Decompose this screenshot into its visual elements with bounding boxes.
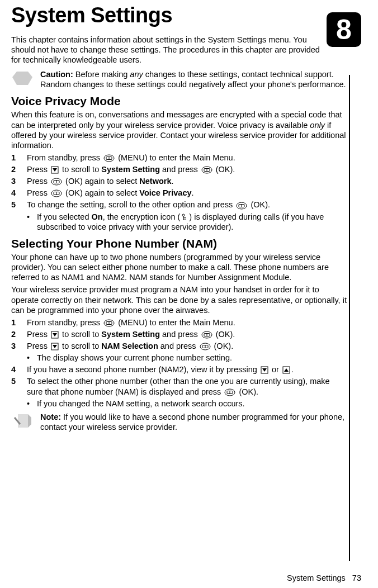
menu-key-icon — [103, 319, 115, 327]
ok-key-icon — [51, 189, 62, 197]
step-text: Press — [27, 330, 50, 339]
step-number: 3 — [11, 176, 27, 186]
down-arrow-key-icon — [51, 331, 59, 339]
nam-steps: 1 From standby, press (MENU) to enter th… — [11, 317, 347, 351]
step-bold: System Setting — [101, 330, 160, 339]
encryption-icon — [181, 214, 188, 221]
chapter-number-badge: 8 — [327, 12, 361, 47]
section-heading-nam: Selecting Your Phone Number (NAM) — [11, 236, 349, 251]
sub-bullet: • The display shows your current phone n… — [27, 353, 347, 363]
svg-marker-43 — [28, 414, 31, 428]
step-bold: Network — [139, 177, 171, 186]
step-text: to scroll to — [60, 342, 101, 350]
step-text: Press — [27, 177, 50, 186]
ok-key-icon — [201, 331, 212, 339]
bullet-dot: • — [27, 399, 37, 409]
footer-section: System Settings — [287, 573, 346, 582]
down-arrow-key-icon — [261, 366, 268, 374]
step-number: 4 — [11, 188, 27, 198]
svg-marker-42 — [18, 414, 28, 428]
footer-page-number: 73 — [352, 573, 361, 582]
step-number: 3 — [11, 341, 27, 351]
list-item: 1 From standby, press (MENU) to enter th… — [11, 317, 347, 328]
up-arrow-key-icon — [282, 366, 290, 374]
sub-text: If you selected — [37, 212, 92, 221]
list-item: 2 Press to scroll to System Setting and … — [11, 164, 347, 174]
ok-key-icon — [236, 202, 247, 210]
list-item: 5 To change the setting, scroll to the o… — [11, 200, 347, 210]
svg-marker-0 — [12, 72, 32, 85]
intro-paragraph: This chapter contains information about … — [11, 35, 324, 65]
step-number: 5 — [11, 376, 27, 386]
caution-label: Caution: — [40, 70, 73, 79]
caution-block: Caution: Before making any changes to th… — [11, 69, 347, 89]
menu-key-icon — [103, 154, 115, 162]
list-item: 3 Press (OK) again to select Network. — [11, 176, 347, 186]
step-text: To change the setting, scroll to the oth… — [27, 200, 235, 209]
step-number: 1 — [11, 317, 27, 328]
svg-marker-38 — [284, 368, 289, 372]
step-text: (OK). — [214, 165, 235, 174]
nam-paragraph-1: Your phone can have up to two phone numb… — [11, 252, 347, 282]
side-rule — [349, 75, 350, 561]
vp-p1a: When this feature is on, conversations a… — [11, 110, 342, 129]
note-label: Note: — [40, 412, 61, 421]
svg-marker-36 — [262, 368, 267, 372]
step-bold: System Setting — [101, 165, 160, 174]
step-text: or — [270, 365, 281, 374]
nam-paragraph-2: Your wireless service provider must prog… — [11, 284, 347, 315]
step-text: From standby, press — [27, 153, 102, 162]
step-text: (OK) again to select — [63, 177, 139, 186]
svg-marker-5 — [53, 168, 57, 172]
step-number: 4 — [11, 364, 27, 374]
bullet-dot: • — [27, 212, 37, 232]
page-footer: System Settings 73 — [287, 573, 361, 582]
section-heading-voice-privacy: Voice Privacy Mode — [11, 94, 349, 108]
caution-text-before: Before making — [73, 70, 130, 79]
step-text: to scroll to — [60, 165, 101, 174]
step-text: and press — [160, 330, 200, 339]
caution-icon — [11, 70, 34, 87]
step-text: (OK). — [214, 330, 235, 339]
step-text: Press — [27, 165, 50, 174]
down-arrow-key-icon — [51, 343, 59, 350]
step-text: (OK). — [212, 342, 234, 350]
step-text: To select the other phone number (other … — [27, 377, 330, 396]
note-icon — [11, 413, 34, 430]
down-arrow-key-icon — [51, 166, 59, 174]
voice-privacy-paragraph: When this feature is on, conversations a… — [11, 110, 347, 150]
step-text: From standby, press — [27, 318, 102, 327]
list-item: 2 Press to scroll to System Setting and … — [11, 329, 347, 339]
voice-privacy-steps: 1 From standby, press (MENU) to enter th… — [11, 153, 347, 210]
list-item: 3 Press to scroll to NAM Selection and p… — [11, 341, 347, 351]
step-text: If you have a second phone number (NAM2)… — [27, 365, 259, 374]
nam-steps-cont: 4 If you have a second phone number (NAM… — [11, 364, 347, 396]
step-text: . — [192, 188, 194, 197]
step-number: 2 — [11, 329, 27, 339]
sub-bullet: • If you selected On, the encryption ico… — [27, 212, 347, 232]
sub-bold: On — [92, 212, 103, 221]
step-text: (OK). — [237, 387, 258, 396]
caution-any: any — [130, 70, 143, 79]
step-text: Press — [27, 342, 50, 350]
svg-marker-31 — [53, 345, 57, 348]
ok-key-icon — [51, 178, 62, 186]
ok-key-icon — [200, 343, 211, 350]
step-text: Press — [27, 188, 50, 197]
step-text: and press — [160, 165, 200, 174]
step-text: (OK). — [248, 200, 270, 209]
list-item: 4 If you have a second phone number (NAM… — [11, 364, 347, 374]
list-item: 1 From standby, press (MENU) to enter th… — [11, 153, 347, 163]
ok-key-icon — [201, 166, 212, 174]
bullet-dot: • — [27, 353, 37, 363]
note-block: Note: If you would like to have a second… — [11, 412, 347, 432]
step-text: . — [172, 177, 174, 186]
step-text: and press — [158, 342, 199, 350]
step-bold: NAM Selection — [101, 342, 158, 350]
vp-only: only — [310, 121, 325, 130]
list-item: 5 To select the other phone number (othe… — [11, 376, 347, 396]
step-text: to scroll to — [60, 330, 101, 339]
sub-text: The display shows your current phone num… — [37, 353, 347, 363]
sub-text: If you changed the NAM setting, a networ… — [37, 399, 347, 409]
ok-key-icon — [224, 388, 235, 396]
